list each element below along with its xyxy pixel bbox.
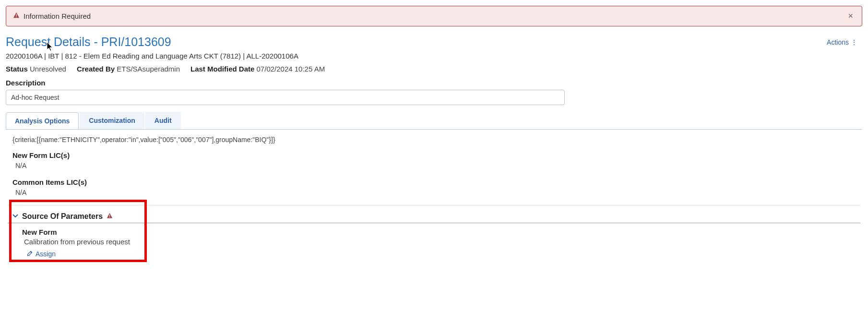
svg-rect-2 (109, 215, 110, 216)
analysis-options-panel[interactable]: {criteria:[{name:"ETHNICITY",operator:"i… (6, 129, 862, 266)
source-of-parameters-label: Source Of Parameters (22, 212, 103, 221)
svg-rect-1 (16, 17, 16, 17)
page-title: Request Details - PRI/1013609 (6, 35, 171, 49)
vertical-dots-icon: ⋮ (851, 39, 857, 46)
criteria-json-line: {criteria:[{name:"ETHNICITY",operator:"i… (8, 134, 860, 147)
header-row: Request Details - PRI/1013609 Actions ⋮ (6, 35, 862, 49)
chevron-down-icon (12, 213, 18, 220)
info-required-alert: Information Required × (6, 6, 862, 26)
status-value: Unresolved (30, 65, 66, 73)
created-by-label: Created By (77, 65, 115, 73)
common-items-lic-label: Common Items LIC(s) (8, 174, 860, 187)
meta-row: Status Unresolved Created By ETS/SAsuper… (6, 65, 862, 73)
created-by-value: ETS/SAsuperadmin (117, 65, 180, 73)
svg-rect-3 (109, 217, 110, 217)
last-modified-value: 07/02/2024 10:25 AM (257, 65, 325, 73)
description-input[interactable] (6, 90, 565, 105)
breadcrumb: 20200106A | IBT | 812 - Elem Ed Reading … (6, 52, 862, 60)
last-modified-label: Last Modified Date (190, 65, 254, 73)
warning-icon (13, 12, 20, 20)
tab-customization[interactable]: Customization (80, 112, 144, 129)
new-form-lic-value: N/A (8, 160, 860, 174)
status-label: Status (6, 65, 28, 73)
new-form-label: New Form (8, 226, 860, 236)
status-field: Status Unresolved (6, 65, 66, 73)
actions-label: Actions (827, 38, 849, 46)
divider (8, 205, 860, 205)
new-form-value: Calibration from previous request (8, 236, 860, 249)
alert-text: Information Required (24, 12, 91, 20)
edit-icon (27, 250, 33, 258)
description-label: Description (6, 79, 862, 87)
source-of-parameters-header[interactable]: Source Of Parameters (8, 208, 860, 223)
assign-link[interactable]: Assign (8, 249, 860, 261)
last-modified-field: Last Modified Date 07/02/2024 10:25 AM (190, 65, 325, 73)
alert-content: Information Required (13, 12, 91, 20)
new-form-lic-label: New Form LIC(s) (8, 147, 860, 160)
tab-audit[interactable]: Audit (145, 112, 181, 129)
alert-close-button[interactable]: × (846, 11, 855, 21)
common-items-lic-value: N/A (8, 187, 860, 201)
tab-analysis-options[interactable]: Analysis Options (6, 112, 79, 130)
tabs: Analysis Options Customization Audit (6, 112, 862, 129)
actions-menu-button[interactable]: Actions ⋮ (827, 38, 862, 46)
warning-icon (107, 213, 113, 220)
assign-label: Assign (36, 250, 56, 258)
svg-rect-0 (16, 14, 16, 16)
created-by-field: Created By ETS/SAsuperadmin (77, 65, 180, 73)
